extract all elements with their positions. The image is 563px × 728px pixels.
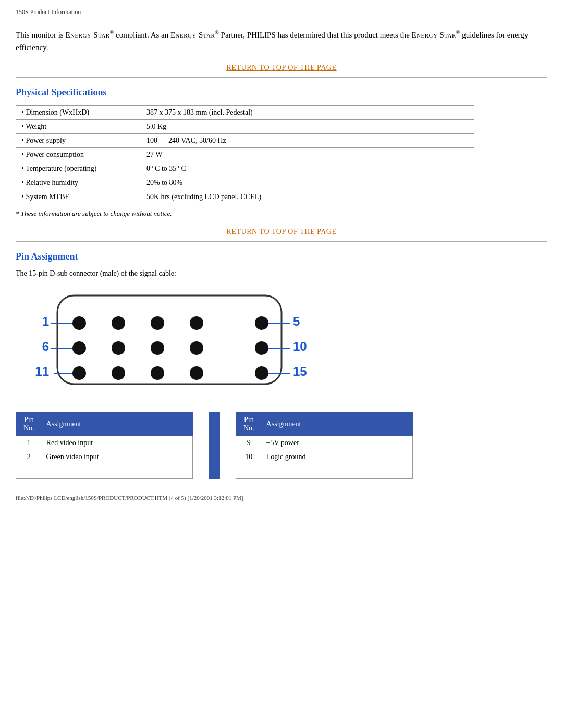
svg-point-24 <box>112 366 125 380</box>
spec-value: 20% to 80% <box>141 176 474 190</box>
pin-assign-cell: Green video input <box>42 450 192 464</box>
svg-point-7 <box>151 316 164 330</box>
divider-1 <box>16 77 547 78</box>
energy-star-text: This monitor is Energy Star® compliant. … <box>16 29 547 54</box>
pin-assign-cell <box>262 464 412 479</box>
svg-point-23 <box>72 366 86 380</box>
pin-description: The 15-pin D-sub connector (male) of the… <box>16 269 547 278</box>
svg-point-14 <box>72 341 86 355</box>
table-row: • System MTBF50K hrs (excluding LCD pane… <box>16 190 474 204</box>
energy-star-text3: Partner, PHILIPS has determined that thi… <box>219 31 412 39</box>
pin-no-cell: 10 <box>236 450 262 464</box>
svg-point-8 <box>190 316 203 330</box>
spec-label: • Temperature (operating) <box>16 162 141 176</box>
energy-star-reg2: ® <box>215 30 219 35</box>
svg-rect-0 <box>57 295 282 384</box>
assign-header-left: Assignment <box>42 413 192 436</box>
pin-assign-cell: +5V power <box>262 436 412 450</box>
dsub-diagram: 1 5 6 10 <box>26 285 318 400</box>
spec-label: • Weight <box>16 120 141 134</box>
spec-value: 0° C to 35° C <box>141 162 474 176</box>
svg-point-16 <box>151 341 164 355</box>
return-to-top-anchor-2[interactable]: RETURN TO TOP OF THE PAGE <box>226 228 336 236</box>
svg-text:6: 6 <box>42 339 49 353</box>
physical-specs-title: Physical Specifications <box>16 87 547 98</box>
energy-star-brand1: Energy Star <box>65 31 109 39</box>
svg-point-9 <box>255 316 268 330</box>
pin-no-cell: 2 <box>16 450 42 464</box>
pin-assign-cell <box>42 464 192 479</box>
spec-value: 27 W <box>141 148 474 162</box>
spec-label: • Power supply <box>16 134 141 148</box>
svg-point-6 <box>112 316 125 330</box>
table-row: 1Red video input <box>16 436 193 450</box>
return-to-top-anchor-1[interactable]: RETURN TO TOP OF THE PAGE <box>226 64 336 71</box>
specs-footnote: * These information are subject to chang… <box>16 209 547 218</box>
table-row: • Temperature (operating)0° C to 35° C <box>16 162 474 176</box>
spec-label: • System MTBF <box>16 190 141 204</box>
svg-point-18 <box>255 341 268 355</box>
energy-star-brand2: Energy Star <box>170 31 215 39</box>
pin-tables-wrapper: PinNo. Assignment 1Red video input2Green… <box>16 412 547 479</box>
table-row: • Dimension (WxHxD)387 x 375 x 183 mm (i… <box>16 106 474 120</box>
pin-no-cell: 9 <box>236 436 262 450</box>
assign-header-right: Assignment <box>262 413 412 436</box>
table-row: 9+5V power <box>236 436 413 450</box>
svg-text:11: 11 <box>35 364 49 378</box>
divider-2 <box>16 241 547 242</box>
table-row <box>16 464 193 479</box>
svg-text:10: 10 <box>293 339 307 353</box>
spec-value: 100 — 240 VAC, 50/60 Hz <box>141 134 474 148</box>
svg-text:15: 15 <box>293 364 307 378</box>
table-row: • Weight5.0 Kg <box>16 120 474 134</box>
pin-no-cell <box>236 464 262 479</box>
spec-value: 5.0 Kg <box>141 120 474 134</box>
svg-point-15 <box>112 341 125 355</box>
svg-point-25 <box>151 366 164 380</box>
energy-star-text1: This monitor is <box>16 31 65 39</box>
table-row: • Power supply100 — 240 VAC, 50/60 Hz <box>16 134 474 148</box>
pin-table-left: PinNo. Assignment 1Red video input2Green… <box>16 412 193 479</box>
pin-no-header-right: PinNo. <box>236 413 262 436</box>
table-row: • Power consumption27 W <box>16 148 474 162</box>
pin-table-right: PinNo. Assignment 9+5V power10Logic grou… <box>236 412 413 479</box>
physical-specs-table: • Dimension (WxHxD)387 x 375 x 183 mm (i… <box>16 105 474 204</box>
svg-point-5 <box>72 316 86 330</box>
table-row: • Relative humidity20% to 80% <box>16 176 474 190</box>
pin-assignment-section: Pin Assignment The 15-pin D-sub connecto… <box>16 251 547 479</box>
table-row: 10Logic ground <box>236 450 413 464</box>
svg-point-27 <box>255 366 268 380</box>
spec-label: • Power consumption <box>16 148 141 162</box>
page-bottom-bar: file:///D|/Philips LCD/english/150S/PROD… <box>16 495 547 516</box>
table-row: 2Green video input <box>16 450 193 464</box>
pin-no-cell <box>16 464 42 479</box>
return-to-top-link-2[interactable]: RETURN TO TOP OF THE PAGE <box>16 227 547 236</box>
svg-text:5: 5 <box>293 314 300 328</box>
pin-no-cell: 1 <box>16 436 42 450</box>
spec-label: • Dimension (WxHxD) <box>16 106 141 120</box>
breadcrumb: 150S Product Information <box>16 5 547 19</box>
energy-star-text2: compliant. As an <box>114 31 170 39</box>
svg-text:1: 1 <box>42 314 49 328</box>
pin-no-header-left: PinNo. <box>16 413 42 436</box>
blue-divider <box>209 412 220 479</box>
energy-star-brand3: Energy Star <box>412 31 456 39</box>
spec-value: 387 x 375 x 183 mm (incl. Pedestal) <box>141 106 474 120</box>
svg-point-26 <box>190 366 203 380</box>
spec-value: 50K hrs (excluding LCD panel, CCFL) <box>141 190 474 204</box>
return-to-top-link-1[interactable]: RETURN TO TOP OF THE PAGE <box>16 63 547 72</box>
dsub-svg: 1 5 6 10 <box>26 285 318 400</box>
pin-assignment-title: Pin Assignment <box>16 251 547 262</box>
spec-label: • Relative humidity <box>16 176 141 190</box>
pin-assign-cell: Red video input <box>42 436 192 450</box>
pin-assign-cell: Logic ground <box>262 450 412 464</box>
svg-point-17 <box>190 341 203 355</box>
table-row <box>236 464 413 479</box>
